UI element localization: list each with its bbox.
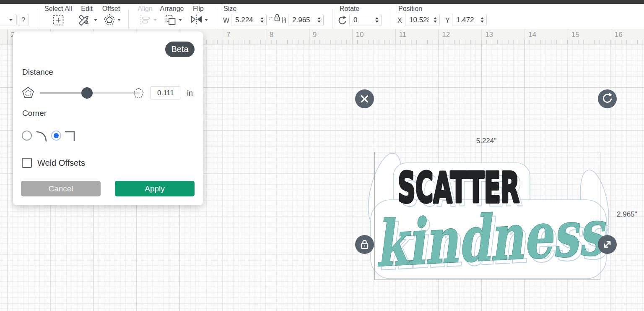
- toolbar-divider: [37, 9, 37, 29]
- flip-label: Flip: [193, 5, 204, 13]
- position-y-label: Y: [445, 17, 450, 24]
- selection-width-label: 5.224": [470, 137, 503, 145]
- ruler-number: 15: [571, 31, 579, 39]
- close-icon: [355, 89, 374, 108]
- width-input[interactable]: [235, 16, 255, 24]
- select-all-label: Select All: [44, 5, 72, 13]
- corner-round-icon: [36, 129, 49, 143]
- selection-bounding-box[interactable]: [374, 152, 600, 280]
- ruler-number: 13: [485, 31, 493, 39]
- toolbar-divider: [128, 9, 129, 29]
- ruler-number: 11: [399, 31, 406, 39]
- arrange-icon[interactable]: [164, 14, 177, 26]
- resize-handle[interactable]: [598, 235, 617, 254]
- edit-label: Edit: [81, 5, 93, 13]
- chevron-down-icon: [9, 19, 13, 21]
- arrange-chevron-down-icon[interactable]: [179, 19, 182, 21]
- ruler-number: 16: [615, 31, 623, 39]
- ruler-number: 7: [226, 31, 230, 39]
- ruler-number: 14: [528, 31, 536, 39]
- rotate-handle[interactable]: [598, 89, 617, 108]
- corner-square-radio[interactable]: [51, 131, 61, 141]
- width-stepper[interactable]: [260, 17, 264, 23]
- help-label: ?: [21, 16, 25, 24]
- position-x-field[interactable]: [405, 14, 440, 26]
- offset-label: Offset: [102, 5, 120, 13]
- cancel-button[interactable]: Cancel: [21, 181, 101, 196]
- offset-tool-panel: Beta Distance in Corner Weld Offsets Can…: [13, 31, 203, 205]
- arrange-label: Arrange: [160, 5, 184, 13]
- distance-slider-track[interactable]: [40, 92, 87, 94]
- flip-icon[interactable]: [190, 14, 203, 26]
- position-label: Position: [398, 5, 422, 13]
- delete-handle[interactable]: [355, 89, 374, 108]
- height-stepper[interactable]: [317, 17, 321, 23]
- app-window: ? Select All Edit Offset Align: [0, 0, 644, 311]
- height-input[interactable]: [292, 16, 312, 24]
- align-chevron-down-icon: [153, 19, 157, 21]
- corner-square-icon: [64, 129, 77, 143]
- distance-unit-label: in: [187, 89, 193, 98]
- ruler-number: 9: [313, 31, 317, 39]
- size-h-label: H: [281, 17, 286, 24]
- rotate-arrow-icon: [598, 89, 617, 108]
- lock-handle[interactable]: [355, 235, 374, 254]
- select-all-icon[interactable]: [52, 14, 65, 26]
- position-y-stepper[interactable]: [480, 17, 484, 23]
- position-y-input[interactable]: [456, 16, 475, 24]
- offset-outward-icon: [133, 87, 144, 99]
- rotate-input[interactable]: [353, 16, 370, 24]
- corner-label: Corner: [22, 109, 47, 118]
- width-field[interactable]: [231, 14, 267, 26]
- size-w-label: W: [223, 17, 229, 24]
- toolbar-divider: [332, 9, 332, 29]
- ruler-number: 10: [356, 31, 364, 39]
- ruler-number: 8: [270, 31, 273, 39]
- apply-button[interactable]: Apply: [115, 181, 195, 196]
- beta-badge: Beta: [165, 42, 195, 57]
- edit-icon[interactable]: [77, 14, 92, 26]
- rotate-field[interactable]: [349, 14, 382, 26]
- selection-height-label: 2.965": [617, 210, 637, 219]
- weld-offsets-label: Weld Offsets: [37, 158, 85, 168]
- weld-offsets-checkbox[interactable]: [22, 158, 32, 168]
- machine-select-dropdown[interactable]: [0, 14, 17, 26]
- align-label: Align: [138, 5, 153, 13]
- align-icon: [139, 14, 151, 26]
- corner-round-radio[interactable]: [22, 131, 32, 141]
- padlock-icon: [355, 235, 374, 254]
- edit-toolbar: ? Select All Edit Offset Align: [0, 4, 644, 29]
- toolbar-divider: [217, 9, 217, 29]
- rotate-icon[interactable]: [336, 15, 347, 26]
- rotate-stepper[interactable]: [375, 17, 379, 23]
- distance-label: Distance: [22, 68, 53, 77]
- offset-chevron-down-icon[interactable]: [117, 19, 121, 21]
- help-button[interactable]: ?: [18, 14, 29, 26]
- toolbar-divider: [390, 9, 390, 29]
- position-y-field[interactable]: [452, 14, 487, 26]
- distance-slider-thumb[interactable]: [81, 87, 93, 99]
- position-x-label: X: [397, 17, 402, 24]
- height-field[interactable]: [288, 14, 324, 26]
- resize-arrows-icon: [598, 235, 617, 254]
- distance-slider-track[interactable]: [87, 92, 140, 94]
- position-x-input[interactable]: [409, 16, 428, 24]
- edit-chevron-down-icon[interactable]: [94, 19, 97, 21]
- ruler-number: 12: [442, 31, 450, 39]
- offset-inward-icon: [21, 86, 35, 99]
- size-label: Size: [223, 5, 236, 13]
- offset-icon[interactable]: [103, 14, 116, 26]
- flip-chevron-down-icon[interactable]: [205, 19, 208, 21]
- position-x-stepper[interactable]: [434, 17, 437, 23]
- top-strip: [0, 0, 644, 4]
- rotate-label: Rotate: [340, 5, 359, 13]
- distance-value-input[interactable]: [150, 86, 181, 99]
